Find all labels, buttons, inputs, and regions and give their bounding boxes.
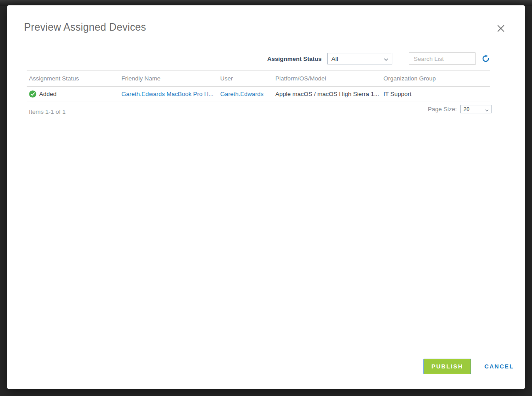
preview-assigned-devices-modal: Preview Assigned Devices Assignment Stat… (7, 5, 525, 389)
table-header-row: Assignment Status Friendly Name User Pla… (27, 71, 490, 87)
assignment-status-selected-value: All (331, 56, 338, 62)
filter-bar: Assignment Status All (7, 52, 490, 65)
check-circle-icon (29, 90, 36, 98)
chevron-down-icon (485, 105, 489, 113)
chevron-down-icon (384, 55, 388, 63)
column-header-organization-group: Organization Group (383, 71, 490, 87)
column-header-user: User (220, 71, 275, 87)
assigned-devices-table: Assignment Status Friendly Name User Pla… (27, 70, 490, 101)
column-header-assignment-status: Assignment Status (27, 71, 121, 87)
column-header-platform: Platform/OS/Model (275, 71, 383, 87)
search-input[interactable] (409, 52, 476, 65)
page-size-label: Page Size: (428, 106, 457, 112)
table-row: Added Gareth.Edwards MacBook Pro H... Ga… (27, 87, 490, 101)
modal-footer-actions: PUBLISH CANCEL (423, 359, 514, 374)
page-size-control: Page Size: 20 (7, 105, 492, 113)
page-size-select[interactable]: 20 (460, 105, 492, 113)
refresh-icon[interactable] (481, 54, 490, 63)
user-link[interactable]: Gareth.Edwards (220, 91, 264, 97)
close-icon[interactable] (496, 23, 506, 34)
column-header-friendly-name: Friendly Name (121, 71, 220, 87)
publish-button[interactable]: PUBLISH (423, 359, 471, 374)
page-size-selected-value: 20 (463, 106, 469, 112)
organization-group-value: IT Support (383, 87, 490, 101)
modal-title: Preview Assigned Devices (24, 21, 146, 33)
cancel-button[interactable]: CANCEL (484, 363, 514, 370)
row-status-text: Added (39, 91, 56, 97)
platform-os-model-value: Apple macOS / macOS High Sierra 1... (275, 87, 383, 101)
device-friendly-name-link[interactable]: Gareth.Edwards MacBook Pro H... (121, 91, 214, 97)
assignment-status-select[interactable]: All (327, 53, 392, 64)
assignment-status-filter-label: Assignment Status (267, 56, 322, 62)
